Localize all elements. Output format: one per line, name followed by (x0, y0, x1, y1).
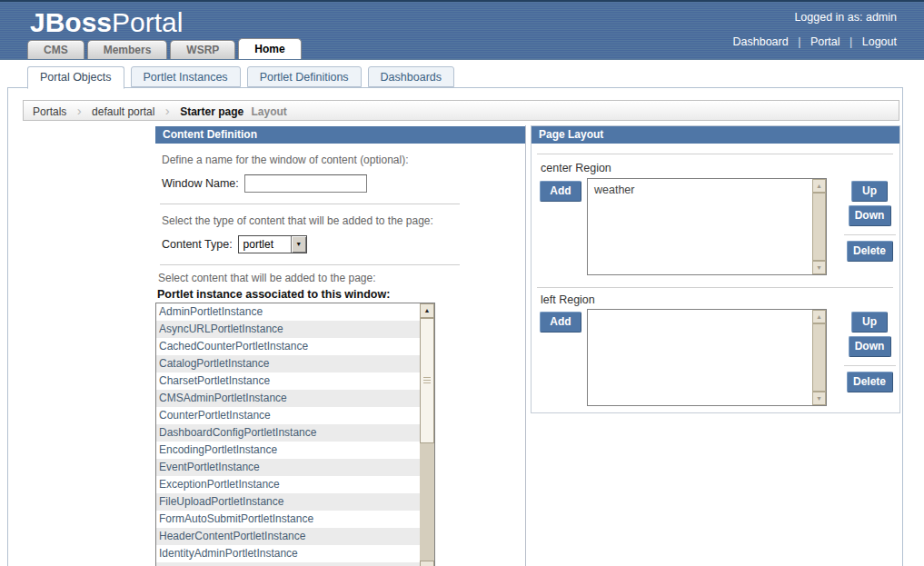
portlet-instance-option[interactable]: AdminPortletInstance (156, 303, 420, 321)
portlet-instance-listbox[interactable]: AdminPortletInstanceAsyncURLPortletInsta… (155, 303, 435, 566)
scrollbar-down-icon[interactable]: ▼ (420, 561, 434, 566)
portlet-instance-option[interactable]: IdentityAdminPortletInstance (156, 545, 420, 562)
header: JBossPortal Logged in as: admin Dashboar… (0, 0, 924, 60)
content-type-selected-value: portlet (239, 236, 291, 253)
button-divider (844, 234, 896, 235)
portlet-instance-option[interactable]: CounterPortletInstance (156, 407, 420, 424)
content-type-prompt: Select the type of content that will be … (162, 214, 525, 227)
scrollbar-thumb[interactable] (812, 193, 826, 261)
link-separator: | (849, 35, 852, 48)
content-type-select[interactable]: portlet ▼ (238, 235, 307, 253)
logo-text-light: Portal (112, 7, 183, 37)
left-region-scrollbar[interactable]: ▲ ▼ (812, 310, 826, 405)
portlet-instance-option[interactable]: DashboardConfigPortletInstance (156, 424, 420, 442)
portlet-instance-option[interactable]: IdentityUserPortletInstance (156, 562, 420, 566)
center-region-up-button[interactable]: Up (851, 181, 888, 202)
scrollbar-down-icon[interactable]: ▼ (812, 261, 826, 274)
scrollbar-grip (423, 377, 431, 383)
main-tab-bar: CMS Members WSRP Home (27, 38, 304, 59)
portlet-instance-rows: AdminPortletInstanceAsyncURLPortletInsta… (156, 303, 420, 566)
portlet-instance-option[interactable]: CachedCounterPortletInstance (156, 338, 420, 355)
scrollbar-up-icon[interactable]: ▲ (812, 179, 826, 193)
window-name-row: Window Name: (162, 174, 525, 193)
center-region-scrollbar[interactable]: ▲ ▼ (812, 179, 826, 274)
content-definition-title: Content Definition (155, 126, 525, 144)
content-area: Portals › default portal › Starter page … (7, 87, 903, 566)
portlet-instance-option[interactable]: FileUploadPortletInstance (156, 493, 420, 511)
breadcrumb-default-portal[interactable]: default portal (92, 105, 154, 118)
subtab-portlet-definitions[interactable]: Portlet Definitions (247, 66, 362, 87)
portlet-instance-option[interactable]: HeaderContentPortletInstance (156, 528, 420, 545)
left-region-listbox[interactable]: ▲ ▼ (587, 309, 827, 406)
subtab-portlet-instances[interactable]: Portlet Instances (131, 66, 241, 87)
center-region-label: center Region (541, 162, 611, 174)
left-region-rows (588, 310, 812, 405)
jboss-portal-page: JBossPortal Logged in as: admin Dashboar… (0, 0, 924, 566)
scrollbar-down-icon[interactable]: ▼ (812, 392, 826, 405)
subtab-portal-objects[interactable]: Portal Objects (27, 66, 124, 89)
portlet-instance-option[interactable]: FormAutoSubmitPortletInstance (156, 511, 420, 528)
admin-subtab-bar: Portal Objects Portlet Instances Portlet… (27, 66, 454, 89)
center-region-listbox[interactable]: weather ▲ ▼ (587, 178, 827, 275)
portlet-instance-option[interactable]: EventPortletInstance (156, 459, 420, 476)
chevron-right-icon: › (77, 103, 82, 118)
content-definition-panel: Content Definition Define a name for the… (155, 126, 525, 566)
center-region-delete-button[interactable]: Delete (847, 241, 893, 262)
section-divider (160, 264, 460, 265)
breadcrumb-portals[interactable]: Portals (33, 105, 66, 118)
tab-cms[interactable]: CMS (27, 40, 84, 59)
region-window-item[interactable]: weather (588, 179, 812, 196)
tab-home[interactable]: Home (238, 38, 301, 59)
center-region-add-button[interactable]: Add (540, 181, 581, 202)
window-name-label: Window Name: (162, 177, 239, 190)
breadcrumb: Portals › default portal › Starter page … (23, 100, 899, 121)
page-layout-panel: Page Layout center Region Add weather ▲ … (531, 125, 900, 413)
button-divider (844, 365, 896, 366)
portlet-instance-option[interactable]: EncodingPortletInstance (156, 442, 420, 459)
jboss-portal-logo: JBossPortal (30, 7, 183, 38)
scrollbar-thumb[interactable] (420, 318, 434, 443)
content-type-row: Content Type: portlet ▼ (162, 234, 525, 253)
region-divider (537, 287, 893, 288)
left-region-delete-button[interactable]: Delete (847, 372, 893, 392)
portlet-instance-option[interactable]: CatalogPortletInstance (156, 355, 420, 372)
listbox-scrollbar[interactable]: ▲ ▼ (420, 303, 434, 566)
portlet-instance-option[interactable]: ExceptionPortletInstance (156, 476, 420, 493)
tab-members[interactable]: Members (87, 40, 168, 59)
logged-in-status: Logged in as: admin (794, 11, 897, 24)
page-layout-title: Page Layout (532, 126, 899, 144)
left-region-label: left Region (541, 293, 595, 306)
window-name-prompt: Define a name for the window of content … (162, 154, 525, 166)
nav-link-portal[interactable]: Portal (810, 35, 840, 48)
tab-wsrp[interactable]: WSRP (170, 40, 235, 59)
section-divider (160, 204, 460, 204)
content-type-label: Content Type: (162, 238, 233, 251)
window-name-input[interactable] (244, 174, 367, 193)
center-region-rows: weather (588, 179, 812, 274)
region-divider (537, 154, 893, 154)
chevron-right-icon: › (165, 103, 170, 118)
subtab-dashboards[interactable]: Dashboards (368, 66, 454, 87)
select-content-prompt: Select content that will be added to the… (158, 272, 525, 284)
nav-link-dashboard[interactable]: Dashboard (733, 35, 789, 48)
portlet-instance-option[interactable]: CharsetPortletInstance (156, 372, 420, 390)
scrollbar-up-icon[interactable]: ▲ (812, 310, 826, 323)
logo-text-bold: JBoss (30, 7, 112, 37)
breadcrumb-current-mode: Layout (252, 105, 287, 118)
dropdown-arrow-icon[interactable]: ▼ (291, 236, 306, 253)
nav-link-logout[interactable]: Logout (862, 35, 897, 48)
scrollbar-up-icon[interactable]: ▲ (420, 303, 434, 318)
column-divider (525, 125, 526, 566)
left-region-up-button[interactable]: Up (851, 312, 888, 333)
left-region-add-button[interactable]: Add (540, 312, 581, 333)
scrollbar-thumb[interactable] (812, 323, 826, 392)
center-region-buttons: Up Down Delete (843, 181, 896, 262)
breadcrumb-current-page: Starter page (180, 105, 243, 118)
center-region-down-button[interactable]: Down (849, 205, 891, 226)
left-region-buttons: Up Down Delete (843, 312, 896, 392)
left-region-down-button[interactable]: Down (849, 336, 891, 357)
portlet-instance-list-label: Portlet instance associated to this wind… (157, 288, 525, 301)
header-nav: Dashboard | Portal | Logout (733, 35, 897, 48)
portlet-instance-option[interactable]: CMSAdminPortletInstance (156, 390, 420, 407)
portlet-instance-option[interactable]: AsyncURLPortletInstance (156, 321, 420, 338)
